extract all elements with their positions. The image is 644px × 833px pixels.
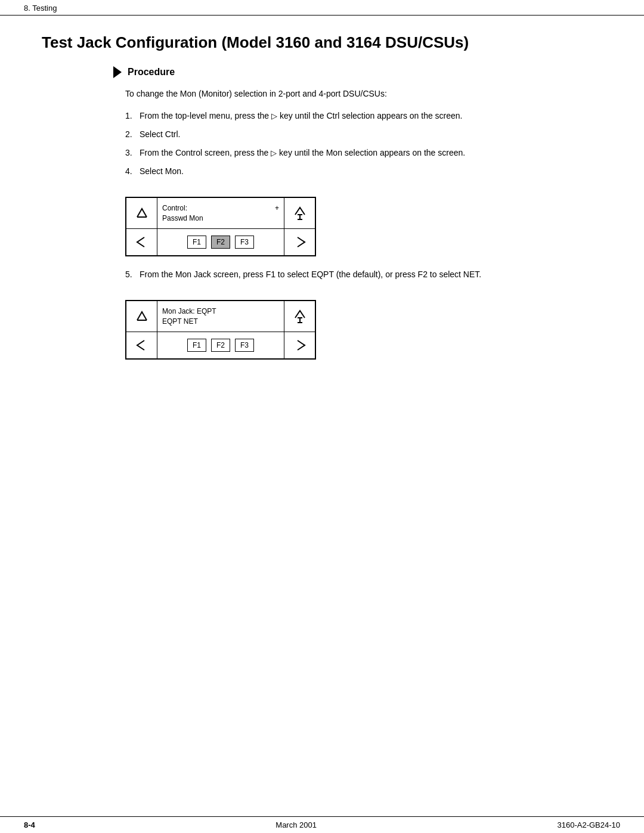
f1-key[interactable]: F1 [187,236,206,249]
footer-date: March 2001 [275,820,317,829]
list-item: 2. Select Ctrl. [125,128,602,141]
device-top-row: Control: + Passwd Mon [126,198,315,229]
page-number: 8-4 [24,820,35,829]
step-num-5: 5. [125,268,140,281]
main-content: Test Jack Configuration (Model 3160 and … [0,16,644,816]
device-box-2: Mon Jack: EQPT EQPT NET [125,300,316,360]
screen-line-3: Mon Jack: EQPT [162,306,279,317]
f2-key-2[interactable]: F2 [211,339,230,352]
forward-button-2 [284,332,315,358]
header-bar: 8. Testing [0,0,644,16]
device-top-row-2: Mon Jack: EQPT EQPT NET [126,301,315,332]
function-keys-2: F1 F2 F3 [157,339,284,352]
intro-text: To change the Mon (Monitor) selection in… [125,88,602,100]
device-screen-2: Mon Jack: EQPT EQPT NET [157,301,284,332]
list-item: 4. Select Mon. [125,165,602,178]
back-button-2 [126,332,157,358]
step-num: 3. [125,147,140,159]
list-item: 3. From the Control screen, press the ▷ … [125,147,602,159]
header-section: 8. Testing [24,4,57,13]
step-num: 1. [125,110,140,122]
f3-key[interactable]: F3 [235,236,254,249]
steps-list: 1. From the top-level menu, press the ▷ … [125,110,602,178]
f3-key-2[interactable]: F3 [235,339,254,352]
diagram-1: Control: + Passwd Mon [125,197,316,256]
step-text: From the Control screen, press the ▷ key… [140,147,602,159]
step-text: Select Ctrl. [140,128,602,141]
page-title: Test Jack Configuration (Model 3160 and … [42,33,602,52]
page-container: 8. Testing Test Jack Configuration (Mode… [0,0,644,833]
step-text: Select Mon. [140,165,602,178]
list-item: 1. From the top-level menu, press the ▷ … [125,110,602,122]
footer: 8-4 March 2001 3160-A2-GB24-10 [0,816,644,833]
list-item-5: 5. From the Mon Jack screen, press F1 to… [125,268,602,281]
screen-line-4: EQPT NET [162,317,279,327]
device-screen-1: Control: + Passwd Mon [157,198,284,228]
footer-doc-id: 3160-A2-GB24-10 [557,820,620,829]
function-keys-1: F1 F2 F3 [157,236,284,249]
f2-key[interactable]: F2 [211,236,230,249]
step-num: 4. [125,165,140,178]
procedure-heading: Procedure [113,66,602,78]
step-text-5: From the Mon Jack screen, press F1 to se… [140,268,602,281]
back-button [126,229,157,255]
device-bottom-row-2: F1 F2 F3 [126,332,315,358]
procedure-label: Procedure [128,67,175,78]
up-button [126,198,157,228]
device-box-1: Control: + Passwd Mon [125,197,316,256]
shift-up-button-2 [284,301,315,332]
procedure-arrow-icon [113,66,122,78]
step5-container: 5. From the Mon Jack screen, press F1 to… [125,268,602,281]
f1-key-2[interactable]: F1 [187,339,206,352]
screen-line-2: Passwd Mon [162,213,279,224]
step-text: From the top-level menu, press the ▷ key… [140,110,602,122]
device-bottom-row: F1 F2 F3 [126,229,315,255]
screen-line-1: Control: + [162,203,279,213]
shift-up-button [284,198,315,228]
diagram-2: Mon Jack: EQPT EQPT NET [125,300,316,360]
up-button-2 [126,301,157,332]
step-num: 2. [125,128,140,141]
forward-button [284,229,315,255]
